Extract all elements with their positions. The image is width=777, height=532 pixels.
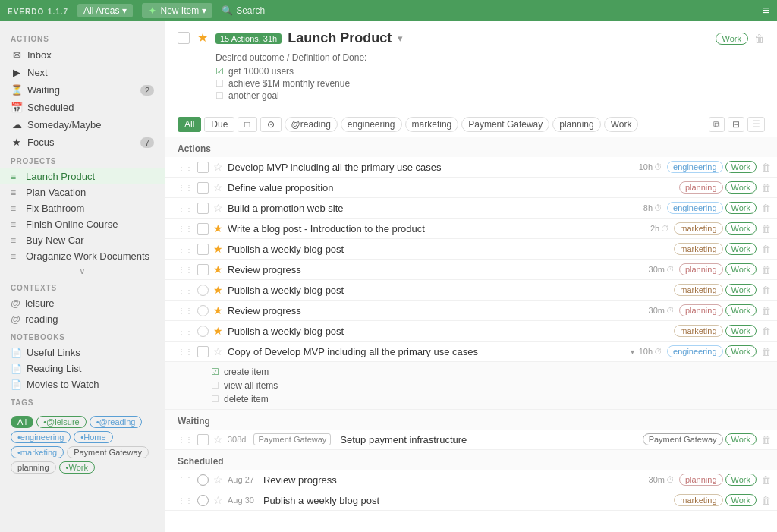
sort-icon-button[interactable]: ⊟ bbox=[728, 117, 744, 132]
delete-task-button[interactable]: 🗑 bbox=[761, 305, 771, 316]
tag-home[interactable]: •Home bbox=[74, 431, 112, 443]
delete-task-button[interactable]: 🗑 bbox=[761, 182, 771, 194]
view-icon-button[interactable]: ☰ bbox=[747, 117, 765, 132]
drag-handle[interactable]: ⋮⋮ bbox=[178, 245, 193, 253]
filter-planning[interactable]: planning bbox=[552, 117, 600, 132]
drag-handle[interactable]: ⋮⋮ bbox=[178, 163, 193, 172]
sidebar-item-plan-vacation[interactable]: ≡ Plan Vacation bbox=[0, 184, 165, 200]
tag-leisure[interactable]: •@leisure bbox=[36, 416, 86, 428]
tag-work[interactable]: •Work bbox=[59, 461, 95, 474]
sidebar-item-launch-product[interactable]: ≡ Launch Product bbox=[0, 168, 165, 184]
task-star[interactable]: ☆ bbox=[213, 345, 223, 357]
filter-context[interactable]: ⊙ bbox=[260, 117, 282, 132]
delete-task-button[interactable]: 🗑 bbox=[761, 162, 771, 173]
task-star[interactable]: ☆ bbox=[213, 181, 223, 194]
filter-checkbox[interactable]: □ bbox=[238, 117, 256, 132]
sidebar-item-inbox[interactable]: ✉ Inbox bbox=[0, 46, 165, 64]
filter-work[interactable]: Work bbox=[604, 117, 639, 132]
menu-button[interactable]: ≡ bbox=[763, 4, 769, 17]
delete-task-button[interactable]: 🗑 bbox=[761, 285, 771, 296]
drag-handle[interactable]: ⋮⋮ bbox=[178, 327, 193, 335]
task-star[interactable]: ★ bbox=[213, 263, 223, 275]
delete-task-button[interactable]: 🗑 bbox=[761, 244, 771, 255]
filter-reading[interactable]: @reading bbox=[285, 117, 338, 132]
tag-engineering[interactable]: •engineering bbox=[11, 431, 71, 443]
delete-task-button[interactable]: 🗑 bbox=[761, 346, 771, 357]
delete-task-button[interactable]: 🗑 bbox=[761, 203, 771, 214]
delete-task-button[interactable]: 🗑 bbox=[761, 434, 771, 445]
task-star[interactable]: ★ bbox=[213, 325, 223, 337]
project-star[interactable]: ★ bbox=[197, 30, 208, 45]
drag-handle[interactable]: ⋮⋮ bbox=[178, 286, 193, 294]
drag-handle[interactable]: ⋮⋮ bbox=[178, 348, 193, 356]
task-star[interactable]: ☆ bbox=[213, 161, 223, 173]
project-delete-icon[interactable]: 🗑 bbox=[754, 33, 765, 45]
areas-dropdown[interactable]: All Areas ▾ bbox=[77, 4, 133, 17]
drag-handle[interactable]: ⋮⋮ bbox=[178, 307, 193, 315]
task-checkbox[interactable] bbox=[197, 264, 209, 275]
sidebar-item-buy-new-car[interactable]: ≡ Buy New Car bbox=[0, 232, 165, 248]
tag-all[interactable]: All bbox=[11, 416, 33, 428]
sidebar-item-reading[interactable]: @ reading bbox=[0, 311, 165, 327]
filter-payment-gateway[interactable]: Payment Gateway bbox=[461, 117, 549, 132]
task-star[interactable]: ☆ bbox=[213, 474, 223, 486]
drag-handle[interactable]: ⋮⋮ bbox=[178, 476, 193, 484]
task-checkbox[interactable] bbox=[197, 244, 209, 255]
drag-handle[interactable]: ⋮⋮ bbox=[178, 204, 193, 212]
sidebar-item-waiting[interactable]: ⏳ Waiting 2 bbox=[0, 81, 165, 99]
sidebar-item-movies-to-watch[interactable]: 📄 Movies to Watch bbox=[0, 376, 165, 392]
sidebar-item-next[interactable]: ▶ Next bbox=[0, 64, 165, 81]
sidebar-item-scheduled[interactable]: 📅 Scheduled bbox=[0, 99, 165, 116]
sidebar-item-reading-list[interactable]: 📄 Reading List bbox=[0, 360, 165, 376]
filter-all[interactable]: All bbox=[178, 117, 201, 132]
search-button[interactable]: 🔍 Search bbox=[222, 5, 265, 16]
task-checkbox[interactable] bbox=[197, 162, 209, 173]
drag-handle[interactable]: ⋮⋮ bbox=[178, 266, 193, 274]
new-item-button[interactable]: ✦ New Item ▾ bbox=[142, 3, 212, 18]
task-checkbox[interactable] bbox=[197, 223, 209, 235]
drag-handle[interactable]: ⋮⋮ bbox=[178, 225, 193, 233]
drag-handle[interactable]: ⋮⋮ bbox=[178, 184, 193, 192]
project-dropdown-icon[interactable]: ▾ bbox=[398, 33, 403, 44]
drag-handle[interactable]: ⋮⋮ bbox=[178, 496, 193, 505]
delete-task-button[interactable]: 🗑 bbox=[761, 495, 771, 506]
task-checkbox[interactable] bbox=[197, 346, 209, 357]
sidebar-item-leisure[interactable]: @ leisure bbox=[0, 295, 165, 311]
sidebar-item-finish-online-course[interactable]: ≡ Finish Online Course bbox=[0, 216, 165, 232]
sidebar-item-organize-work-docs[interactable]: ≡ Oraganize Work Documents bbox=[0, 248, 165, 264]
tag-reading[interactable]: •@reading bbox=[90, 416, 143, 428]
task-checkbox[interactable] bbox=[197, 285, 209, 296]
sidebar-item-useful-links[interactable]: 📄 Useful Links bbox=[0, 345, 165, 360]
task-checkbox[interactable] bbox=[197, 182, 209, 194]
task-checkbox[interactable] bbox=[197, 434, 209, 445]
delete-task-button[interactable]: 🗑 bbox=[761, 264, 771, 275]
task-star[interactable]: ☆ bbox=[213, 494, 223, 506]
tag-payment-gateway[interactable]: Payment Gateway bbox=[67, 446, 149, 458]
task-star[interactable]: ★ bbox=[213, 222, 223, 235]
copy-icon-button[interactable]: ⧉ bbox=[709, 117, 725, 132]
tag-marketing[interactable]: •marketing bbox=[11, 446, 64, 458]
sidebar-item-someday[interactable]: ☁ Someday/Maybe bbox=[0, 116, 165, 134]
task-star[interactable]: ★ bbox=[213, 284, 223, 296]
task-star[interactable]: ☆ bbox=[213, 202, 223, 214]
delete-task-button[interactable]: 🗑 bbox=[761, 474, 771, 486]
filter-due[interactable]: Due bbox=[204, 117, 234, 132]
project-checkbox[interactable] bbox=[178, 32, 190, 44]
task-checkbox[interactable] bbox=[197, 305, 209, 316]
drag-handle[interactable]: ⋮⋮ bbox=[178, 436, 193, 444]
task-star[interactable]: ★ bbox=[213, 304, 223, 316]
tag-planning[interactable]: planning bbox=[11, 461, 56, 474]
task-checkbox[interactable] bbox=[197, 326, 209, 337]
filter-marketing[interactable]: marketing bbox=[405, 117, 459, 132]
task-star[interactable]: ★ bbox=[213, 243, 223, 255]
task-checkbox[interactable] bbox=[197, 203, 209, 214]
task-checkbox[interactable] bbox=[197, 474, 209, 486]
sidebar-item-fix-bathroom[interactable]: ≡ Fix Bathroom bbox=[0, 200, 165, 216]
projects-more-button[interactable]: ∨ bbox=[0, 264, 165, 278]
delete-task-button[interactable]: 🗑 bbox=[761, 223, 771, 235]
task-star[interactable]: ☆ bbox=[213, 433, 223, 445]
task-checkbox[interactable] bbox=[197, 495, 209, 506]
sidebar-item-focus[interactable]: ★ Focus 7 bbox=[0, 134, 165, 151]
delete-task-button[interactable]: 🗑 bbox=[761, 326, 771, 337]
task-expand-button[interactable]: ▾ bbox=[631, 348, 634, 356]
